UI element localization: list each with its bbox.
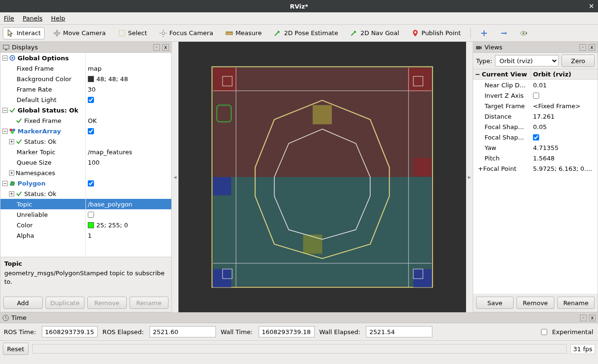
wall-elapsed-label: Wall Elapsed: [319, 328, 361, 336]
fixed-frame-label[interactable]: Fixed Frame [17, 65, 54, 72]
svg-point-3 [414, 31, 416, 33]
zero-button[interactable]: Zero [561, 55, 595, 67]
3d-viewport[interactable] [178, 42, 466, 312]
queue-size-value[interactable]: 100 [88, 159, 100, 166]
invert-z-label[interactable]: Invert Z Axis [485, 92, 523, 99]
reset-button[interactable]: Reset [3, 343, 28, 355]
select-button[interactable]: Select [114, 27, 151, 39]
polygon-topic-value[interactable]: /base_polygon [88, 201, 132, 208]
polygon-color-label[interactable]: Color [17, 222, 33, 229]
marker-array-checkbox[interactable] [88, 128, 94, 134]
experimental-checkbox[interactable] [541, 329, 547, 335]
displays-tree[interactable]: −Global Options Fixed Frame Background C… [0, 53, 171, 257]
marker-topic-value[interactable]: /map_features [88, 149, 132, 156]
unreliable-checkbox[interactable] [88, 212, 94, 218]
add-tool-button[interactable] [477, 27, 492, 39]
remove-tool-button[interactable] [496, 27, 512, 39]
queue-size-label[interactable]: Queue Size [17, 159, 52, 166]
svg-rect-18 [413, 158, 431, 176]
frame-rate-label[interactable]: Frame Rate [17, 86, 52, 93]
unreliable-label[interactable]: Unreliable [17, 211, 48, 218]
rename-view-button[interactable]: Rename [557, 297, 595, 309]
toolbar: Interact Move Camera Select Focus Camera… [0, 25, 598, 42]
move-camera-button[interactable]: Move Camera [49, 27, 110, 39]
time-x-icon[interactable]: x [589, 315, 596, 321]
ros-elapsed-input[interactable] [150, 326, 216, 337]
menu-file[interactable]: File [4, 15, 14, 22]
wall-elapsed-input[interactable] [366, 326, 432, 337]
rename-button[interactable]: Rename [130, 297, 169, 309]
pose-estimate-button[interactable]: 2D Pose Estimate [270, 27, 342, 39]
views-header[interactable]: Views ◦ x [473, 42, 598, 53]
views-tree[interactable]: −Current View Orbit (rviz) Near Clip D..… [473, 69, 598, 294]
interact-button[interactable]: Interact [3, 27, 45, 39]
focal-shape-size-label[interactable]: Focal Shap... [485, 123, 524, 131]
global-options-item[interactable]: Global Options [18, 55, 69, 62]
view-type-select[interactable]: Orbit (rviz) [495, 55, 559, 66]
focal-shape-size-value[interactable]: 0.05 [531, 123, 598, 131]
marker-topic-label[interactable]: Marker Topic [17, 149, 56, 156]
focal-shape-fixed-checkbox[interactable] [533, 134, 539, 140]
nav-goal-button[interactable]: 2D Nav Goal [346, 27, 403, 39]
polygon-alpha-label[interactable]: Alpha [17, 232, 34, 239]
polygon-color-swatch[interactable] [88, 222, 94, 228]
bgcolor-value[interactable]: 48; 48; 48 [96, 75, 128, 83]
focal-point-label[interactable]: Focal Point [483, 165, 516, 172]
window-close-icon[interactable]: ✕ [589, 2, 594, 10]
displays-x-icon[interactable]: x [162, 44, 169, 51]
measure-button[interactable]: Measure [222, 27, 265, 39]
marker-array-item[interactable]: MarkerArray [18, 128, 61, 135]
collapse-left-icon[interactable]: ◂ [172, 174, 178, 180]
bgcolor-swatch[interactable] [88, 76, 94, 82]
polygon-status-label[interactable]: Status: Ok [24, 190, 56, 197]
wall-time-input[interactable] [259, 326, 315, 337]
target-frame-value[interactable]: <Fixed Frame> [531, 103, 598, 110]
polygon-alpha-value[interactable]: 1 [88, 232, 92, 239]
fixed-frame-value[interactable]: map [88, 65, 102, 72]
collapse-right-icon[interactable]: ▸ [466, 174, 473, 180]
yaw-label[interactable]: Yaw [485, 144, 496, 151]
gear-icon [9, 55, 16, 61]
background-color-label[interactable]: Background Color [17, 75, 72, 83]
publish-point-button[interactable]: Publish Point [408, 27, 465, 39]
displays-close-icon[interactable]: ◦ [153, 44, 160, 51]
views-close-icon[interactable]: ◦ [579, 44, 586, 51]
default-light-label[interactable]: Default Light [17, 96, 56, 103]
pitch-label[interactable]: Pitch [485, 155, 500, 162]
save-view-button[interactable]: Save [476, 297, 514, 309]
yaw-value[interactable]: 4.71355 [531, 144, 598, 151]
check-icon [16, 138, 22, 145]
frame-rate-value[interactable]: 30 [88, 86, 96, 93]
views-x-icon[interactable]: x [589, 44, 595, 51]
distance-label[interactable]: Distance [485, 113, 512, 120]
namespaces-label[interactable]: Namespaces [16, 169, 55, 177]
global-status-item[interactable]: Global Status: Ok [18, 107, 78, 114]
remove-view-button[interactable]: Remove [516, 297, 554, 309]
fixed-frame-status-label[interactable]: Fixed Frame [24, 117, 61, 124]
polygon-item[interactable]: Polygon [18, 180, 46, 187]
duplicate-button[interactable]: Duplicate [46, 297, 85, 309]
near-clip-value[interactable]: 0.01 [531, 82, 598, 89]
distance-value[interactable]: 17.261 [531, 113, 598, 120]
default-light-checkbox[interactable] [88, 97, 94, 103]
polygon-color-value[interactable]: 25; 255; 0 [96, 222, 128, 229]
invert-z-checkbox[interactable] [533, 93, 539, 99]
polygon-checkbox[interactable] [88, 180, 94, 187]
menu-panels[interactable]: Panels [23, 15, 43, 22]
displays-header[interactable]: Displays ◦ x [0, 42, 171, 53]
near-clip-label[interactable]: Near Clip D... [485, 82, 525, 89]
visibility-tool-button[interactable] [516, 27, 532, 39]
time-close-icon[interactable]: ◦ [580, 315, 587, 321]
ros-time-input[interactable] [42, 326, 98, 337]
pitch-value[interactable]: 1.5648 [531, 155, 598, 162]
polygon-topic-label[interactable]: Topic [17, 201, 32, 208]
marker-status-label[interactable]: Status: Ok [24, 138, 56, 145]
focal-point-value[interactable]: 5.9725; 6.163; 0.... [531, 165, 598, 172]
focal-shape-fixed-label[interactable]: Focal Shap... [485, 134, 524, 141]
remove-button[interactable]: Remove [87, 297, 127, 309]
add-button[interactable]: Add [3, 297, 43, 309]
target-frame-label[interactable]: Target Frame [485, 103, 525, 110]
window-title: RViz* [290, 3, 308, 10]
menu-help[interactable]: Help [51, 15, 65, 22]
focus-camera-button[interactable]: Focus Camera [156, 27, 217, 39]
